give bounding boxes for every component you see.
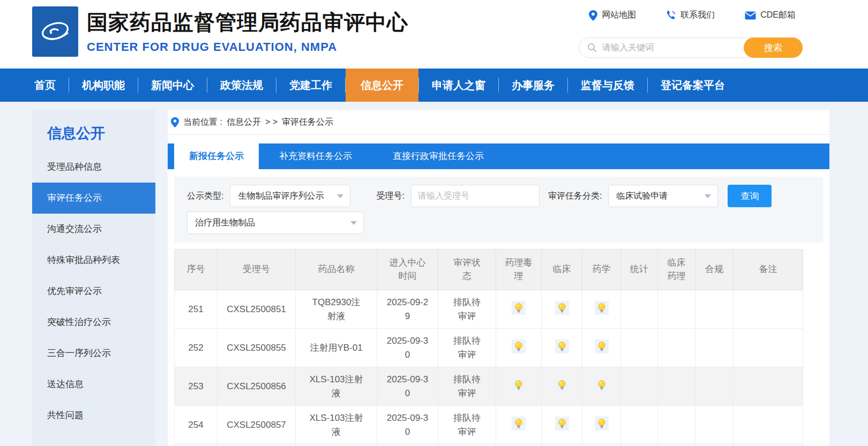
column-header-seq: 序号 — [175, 250, 218, 290]
top-header: 国家药品监督管理局药品审评中心 CENTER FOR DRUG EVALUATI… — [0, 0, 868, 69]
top-link-0[interactable]: 网站地图 — [589, 10, 636, 21]
tab-0[interactable]: 新报任务公示 — [174, 143, 259, 169]
cell-status: 排队待审评 — [438, 406, 496, 444]
cell-empty — [296, 444, 377, 446]
task-category-value: 临床试验申请 — [616, 191, 668, 202]
cell-pharmtox — [496, 329, 542, 367]
sidebar-item-1[interactable]: 审评任务公示 — [32, 183, 155, 214]
task-category-select[interactable]: 临床试验申请 — [608, 185, 718, 207]
search-icon — [587, 43, 597, 52]
cell-enter-date: 2025-09-30 — [377, 329, 438, 367]
top-link-1[interactable]: 联系我们 — [666, 10, 715, 21]
sidebar-item-2[interactable]: 沟通交流公示 — [32, 214, 155, 245]
cell-enter-date: 2025-09-30 — [377, 367, 438, 406]
cell-clinical-pharm — [658, 329, 695, 367]
filter-row-2: 治疗用生物制品 — [187, 211, 810, 234]
publicity-type-select[interactable]: 生物制品审评序列公示 — [230, 185, 350, 207]
breadcrumb-separator: > > — [265, 117, 278, 127]
cell-empty — [218, 444, 296, 446]
tab-2[interactable]: 直接行政审批任务公示 — [372, 143, 504, 169]
search-button[interactable]: 搜索 — [744, 37, 803, 58]
query-button[interactable]: 查询 — [728, 185, 772, 207]
cell-pharmacy — [582, 367, 621, 406]
chevron-down-icon — [350, 221, 357, 225]
bulb-icon[interactable] — [512, 339, 526, 353]
bulb-icon[interactable] — [512, 417, 526, 430]
cell-compliance — [695, 290, 734, 329]
cell-clinical — [542, 406, 582, 444]
bulb-icon[interactable] — [512, 378, 526, 392]
nav-item-9[interactable]: 登记备案平台 — [648, 69, 738, 102]
sidebar-item-4[interactable]: 优先审评公示 — [32, 276, 155, 307]
bulb-icon[interactable] — [555, 378, 569, 392]
publicity-type-value: 生物制品审评序列公示 — [238, 191, 324, 202]
nav-item-6[interactable]: 申请人之窗 — [419, 69, 498, 102]
breadcrumb-section[interactable]: 信息公开 — [227, 117, 261, 128]
top-link-2[interactable]: CDE邮箱 — [745, 10, 796, 21]
chevron-down-icon — [705, 194, 711, 198]
bulb-icon[interactable] — [555, 301, 569, 315]
cell-status: 排队待审评 — [438, 367, 496, 406]
bulb-icon[interactable] — [595, 417, 609, 430]
cell-remark — [734, 367, 803, 406]
cell-compliance — [695, 406, 734, 444]
nav-item-7[interactable]: 办事服务 — [499, 69, 567, 102]
cell-remark — [734, 290, 803, 329]
cell-empty — [175, 444, 218, 446]
nav-item-1[interactable]: 机构职能 — [69, 69, 138, 102]
cell-pharmacy — [582, 329, 621, 367]
bulb-icon[interactable] — [555, 417, 569, 430]
top-link-label: CDE邮箱 — [760, 10, 796, 21]
cell-pharmacy — [582, 290, 621, 329]
nav-item-4[interactable]: 党建工作 — [276, 69, 345, 102]
sidebar-item-6[interactable]: 三合一序列公示 — [32, 338, 155, 369]
column-header-drug-name: 药品名称 — [296, 250, 377, 290]
acceptance-no-input[interactable] — [411, 185, 540, 207]
table-row-partial — [175, 444, 803, 446]
cell-remark — [734, 329, 803, 367]
publicity-subtype-select[interactable]: 治疗用生物制品 — [187, 211, 364, 234]
nav-item-5[interactable]: 信息公开 — [346, 69, 418, 102]
search-bar: 搜索 — [579, 37, 803, 58]
nav-item-0[interactable]: 首页 — [21, 69, 69, 102]
breadcrumb-label: 当前位置 : — [183, 117, 222, 128]
column-header-clinical-pharm: 临床药理 — [658, 250, 695, 290]
cell-drug-name: TQB2930注射液 — [296, 290, 377, 329]
cde-logo-icon — [36, 15, 74, 48]
search-input[interactable] — [597, 43, 744, 52]
breadcrumb-current[interactable]: 审评任务公示 — [282, 117, 333, 128]
bulb-icon[interactable] — [512, 301, 526, 315]
cell-pharmtox — [496, 367, 542, 406]
nav-item-8[interactable]: 监督与反馈 — [568, 69, 647, 102]
main-panel: 当前位置 : 信息公开 > > 审评任务公示 新报任务公示补充资料任务公示直接行… — [168, 110, 829, 446]
cell-compliance — [695, 367, 734, 406]
task-category-label: 审评任务分类: — [548, 191, 602, 202]
sidebar-item-0[interactable]: 受理品种信息 — [32, 152, 155, 183]
bulb-icon[interactable] — [595, 339, 609, 353]
cell-seq: 253 — [175, 367, 218, 406]
sidebar-item-8[interactable]: 共性问题 — [32, 400, 155, 431]
sidebar-item-7[interactable]: 送达信息 — [32, 369, 155, 400]
nav-item-2[interactable]: 新闻中心 — [138, 69, 207, 102]
cell-acceptance-no: CXSL2500851 — [218, 290, 296, 329]
filter-row-1: 公示类型: 生物制品审评序列公示 受理号: 审评任务分类: 临床试验申请 查询 — [187, 185, 810, 207]
cell-pharmacy — [582, 406, 621, 444]
top-link-label: 联系我们 — [680, 10, 715, 21]
column-header-acceptance-no: 受理号 — [218, 250, 296, 290]
column-header-enter-date: 进入中心时间 — [377, 250, 438, 290]
column-header-stats: 统计 — [621, 250, 658, 290]
sidebar: 信息公开 受理品种信息审评任务公示沟通交流公示特殊审批品种列表优先审评公示突破性… — [32, 110, 155, 446]
bulb-icon[interactable] — [555, 339, 569, 353]
site-title: 国家药品监督管理局药品审评中心 — [87, 11, 408, 35]
sidebar-item-5[interactable]: 突破性治疗公示 — [32, 307, 155, 338]
tab-1[interactable]: 补充资料任务公示 — [259, 143, 372, 169]
sidebar-items: 受理品种信息审评任务公示沟通交流公示特殊审批品种列表优先审评公示突破性治疗公示三… — [32, 152, 155, 431]
cell-empty — [658, 444, 695, 446]
bulb-icon[interactable] — [595, 378, 609, 392]
page: 国家药品监督管理局药品审评中心 CENTER FOR DRUG EVALUATI… — [0, 0, 868, 446]
column-header-pharmacy: 药学 — [582, 250, 621, 290]
bulb-icon[interactable] — [595, 301, 609, 315]
nav-item-3[interactable]: 政策法规 — [207, 69, 276, 102]
cell-seq: 252 — [175, 329, 218, 367]
sidebar-item-3[interactable]: 特殊审批品种列表 — [32, 245, 155, 276]
